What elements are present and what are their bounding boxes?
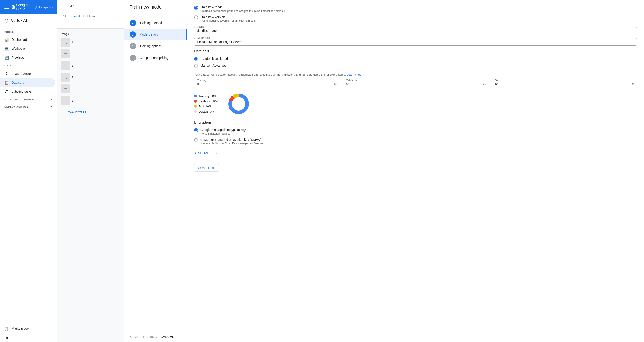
show-less-button[interactable]: ▲ SHOW LESS bbox=[194, 150, 217, 157]
wizard-step-training-options[interactable]: 3 Training options bbox=[124, 40, 187, 52]
sidebar-item-feature-store[interactable]: 🗄 Feature Store bbox=[0, 69, 55, 78]
customer-managed-option[interactable]: Customer-managed encryption key (CMEK) M… bbox=[194, 138, 637, 145]
continue-button[interactable]: CONTINUE bbox=[194, 164, 219, 172]
legend-label-training: Training: 80% bbox=[198, 95, 216, 98]
legend-dot-test bbox=[194, 105, 197, 108]
add-images-button[interactable]: ADD IMAGES bbox=[64, 108, 90, 115]
customer-managed-radio[interactable] bbox=[194, 138, 198, 142]
list-item[interactable]: img 3 bbox=[61, 60, 120, 71]
workbench-icon: 💻 bbox=[4, 46, 9, 51]
wizard-step-compute[interactable]: 4 Compute and pricing bbox=[124, 52, 187, 64]
wizard-step-model-details[interactable]: 2 Model details bbox=[124, 29, 187, 40]
logo-icon: G bbox=[12, 5, 15, 10]
manual-advanced-label: Manual (Advanced) bbox=[200, 64, 228, 67]
sidebar-collapse-button[interactable]: ◀ bbox=[0, 333, 55, 342]
description-field: Description bbox=[194, 38, 637, 46]
image-thumb: img bbox=[61, 84, 70, 93]
data-section-label[interactable]: DATA ▲ bbox=[0, 62, 57, 69]
sidebar: G Google Cloud ⬡ Histogramo ⬡ Vertex AI … bbox=[0, 0, 57, 342]
tools-section-label: TOOLS bbox=[0, 27, 57, 35]
google-cloud-logo: G Google Cloud bbox=[12, 3, 32, 11]
list-item[interactable]: img 1 bbox=[61, 37, 120, 48]
list-item[interactable]: img 4 bbox=[61, 71, 120, 83]
google-managed-radio[interactable] bbox=[194, 128, 198, 132]
org-name: ⬡ Histogramo bbox=[34, 6, 52, 9]
list-item[interactable]: img 5 bbox=[61, 83, 120, 95]
sidebar-item-label: Marketplace bbox=[12, 327, 28, 330]
sidebar-item-marketplace[interactable]: 🛒 Marketplace bbox=[0, 324, 55, 333]
data-split-title: Data split bbox=[194, 49, 637, 53]
learn-more-link[interactable]: Learn more bbox=[346, 73, 361, 76]
train-new-version-sublabel: Trains model as a version of an existing… bbox=[200, 19, 256, 22]
manual-advanced-option[interactable]: Manual (Advanced) bbox=[194, 64, 637, 68]
data-split-description: Your dataset will be automatically rando… bbox=[194, 73, 637, 77]
image-num: 5 bbox=[72, 87, 73, 91]
sidebar-item-dashboard[interactable]: 📊 Dashboard bbox=[0, 35, 55, 44]
customer-managed-sublabel: Manage via Google Cloud Key Management S… bbox=[200, 142, 263, 145]
step-circle-3: 3 bbox=[130, 43, 136, 49]
vertex-icon: ⬡ bbox=[4, 18, 8, 23]
middle-panel-header: ← IMP... bbox=[57, 0, 124, 12]
test-split-input[interactable] bbox=[495, 83, 628, 86]
sidebar-item-label: Datasets bbox=[12, 81, 24, 84]
feature-store-icon: 🗄 bbox=[4, 71, 9, 76]
sidebar-item-workbench[interactable]: 💻 Workbench bbox=[0, 44, 55, 53]
test-split-field: Test % bbox=[492, 81, 637, 88]
train-new-version-option[interactable]: Train new version Trains model as a vers… bbox=[194, 15, 637, 22]
image-thumb: img bbox=[61, 96, 70, 105]
start-training-button[interactable]: START TRAINING bbox=[130, 335, 157, 338]
legend-label-default: Default: 0% bbox=[198, 110, 214, 113]
training-split-field: Training % bbox=[194, 81, 339, 88]
image-num: 3 bbox=[72, 64, 73, 67]
step-label-2: Model details bbox=[140, 33, 158, 36]
train-new-model-option[interactable]: Train new model Creates a new model grou… bbox=[194, 5, 637, 13]
train-new-version-radio[interactable] bbox=[194, 16, 198, 20]
back-button[interactable]: ← bbox=[61, 3, 67, 9]
legend-dot-training bbox=[194, 95, 197, 97]
description-input[interactable] bbox=[197, 40, 634, 44]
sidebar-item-label: Labeling tasks bbox=[12, 90, 32, 93]
encryption-radio-group: Google-managed encryption key No configu… bbox=[194, 128, 637, 145]
randomly-assigned-option[interactable]: Randomly assigned bbox=[194, 57, 637, 61]
sidebar-item-datasets[interactable]: 📋 Datasets bbox=[0, 78, 55, 87]
train-new-model-radio[interactable] bbox=[194, 6, 198, 10]
vertex-ai-header: ⬡ Vertex AI bbox=[0, 14, 57, 27]
randomly-assigned-label: Randomly assigned bbox=[200, 57, 228, 61]
deploy-section[interactable]: DEPLOY AND USE ▼ bbox=[0, 103, 57, 110]
manual-advanced-radio[interactable] bbox=[194, 64, 198, 68]
labeling-icon: 🏷 bbox=[4, 89, 9, 94]
tab-all[interactable]: All bbox=[61, 12, 68, 21]
cancel-button[interactable]: CANCEL bbox=[160, 335, 174, 338]
hamburger-icon[interactable] bbox=[4, 6, 9, 9]
google-managed-option[interactable]: Google-managed encryption key No configu… bbox=[194, 128, 637, 135]
wizard-step-training-method[interactable]: ✓ Training method bbox=[124, 17, 187, 29]
test-percent: % bbox=[632, 83, 634, 86]
step-circle-1: ✓ bbox=[130, 20, 136, 26]
wizard-title: Train new model bbox=[124, 0, 187, 14]
data-split-radio-group: Randomly assigned Manual (Advanced) bbox=[194, 57, 637, 68]
sidebar-item-labeling-tasks[interactable]: 🏷 Labeling tasks bbox=[0, 87, 55, 96]
step-circle-2: 2 bbox=[130, 31, 136, 38]
validation-split-input[interactable] bbox=[346, 83, 480, 86]
model-dev-section[interactable]: MODEL DEVELOPMENT ▼ bbox=[0, 96, 57, 103]
chevron-up-icon: ▲ bbox=[194, 151, 197, 155]
datasets-icon: 📋 bbox=[4, 80, 9, 85]
name-field: Name * bbox=[194, 27, 637, 35]
list-item[interactable]: img 6 bbox=[61, 95, 120, 106]
tab-labeled[interactable]: Labeled bbox=[68, 12, 82, 21]
image-num: 6 bbox=[72, 99, 73, 102]
name-input[interactable] bbox=[197, 29, 634, 33]
legend-item-test: Test: 10% bbox=[194, 105, 218, 108]
image-list-header: Image bbox=[61, 31, 120, 37]
cluster-icon: ⬡ bbox=[34, 6, 37, 9]
randomly-assigned-radio[interactable] bbox=[194, 57, 198, 61]
tab-unlabeled[interactable]: Unlabeled bbox=[82, 12, 98, 21]
list-item[interactable]: img 2 bbox=[61, 48, 120, 60]
sidebar-item-pipelines[interactable]: 🔄 Pipelines bbox=[0, 53, 55, 62]
donut-chart bbox=[228, 93, 250, 115]
sidebar-item-label: Pipelines bbox=[12, 56, 24, 59]
training-split-input[interactable] bbox=[197, 83, 331, 86]
validation-split-field: Validation % bbox=[343, 81, 488, 88]
image-thumb: img bbox=[61, 38, 70, 47]
description-field-label: Description bbox=[196, 37, 211, 39]
